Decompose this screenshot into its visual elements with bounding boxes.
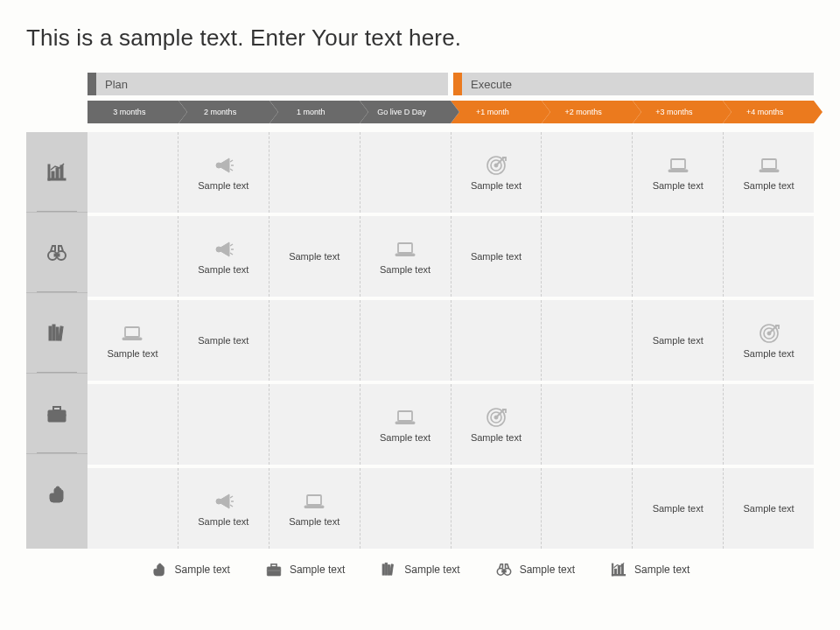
grid-cell[interactable]: Sample text	[633, 132, 724, 213]
legend-label: Sample text	[634, 564, 690, 576]
grid-cell[interactable]	[270, 132, 360, 213]
grid-cell[interactable]	[88, 468, 178, 549]
grid-cell[interactable]	[542, 468, 633, 549]
grid-cell[interactable]	[360, 468, 452, 549]
grid-cell[interactable]	[633, 384, 724, 465]
laptop-icon	[394, 406, 416, 429]
legend-item: Sample text	[380, 561, 459, 578]
row-header	[26, 454, 88, 535]
cell-label: Sample text	[471, 180, 522, 191]
grid-cell[interactable]: Sample text	[633, 468, 724, 549]
cell-label: Sample text	[198, 264, 248, 275]
chart-icon	[46, 161, 68, 184]
fist-icon	[46, 483, 68, 506]
timeline-step: +1 month	[451, 101, 542, 123]
grid-cell[interactable]	[360, 132, 452, 213]
legend-item: Sample text	[495, 561, 575, 578]
grid-cell[interactable]	[88, 216, 178, 297]
fist-icon	[150, 561, 168, 578]
grid-row: Sample textSample text	[88, 384, 814, 465]
grid-body: Sample textSample textSample textSample …	[88, 132, 814, 549]
grid-cell[interactable]	[542, 216, 633, 297]
grid-cell[interactable]: Sample text	[633, 300, 724, 381]
grid-cell[interactable]: Sample text	[88, 300, 178, 381]
grid-row: Sample textSample textSample textSample …	[88, 300, 814, 381]
grid-cell[interactable]	[633, 216, 724, 297]
laptop-icon	[303, 490, 326, 513]
page-title[interactable]: This is a sample text. Enter Your text h…	[26, 24, 814, 52]
legend-item: Sample text	[150, 561, 230, 578]
grid-cell[interactable]: Sample text	[178, 468, 270, 549]
phase-plan-tab	[88, 73, 96, 95]
grid-cell[interactable]	[178, 384, 270, 465]
grid-row: Sample textSample textSample textSample …	[88, 216, 814, 297]
grid-cell[interactable]	[542, 384, 633, 465]
target-icon	[485, 406, 508, 429]
grid-cell[interactable]: Sample text	[452, 132, 542, 213]
legend: Sample textSample textSample textSample …	[26, 561, 814, 578]
timeline-step: +4 months	[723, 101, 814, 123]
chart-icon	[610, 561, 627, 578]
legend-label: Sample text	[404, 564, 459, 576]
cell-label: Sample text	[653, 503, 704, 514]
grid-cell[interactable]	[724, 384, 814, 465]
cell-label: Sample text	[744, 348, 794, 359]
phase-execute-tab	[453, 73, 462, 95]
grid-cell[interactable]	[542, 300, 633, 381]
grid-cell[interactable]	[88, 384, 178, 465]
grid-cell[interactable]	[88, 132, 178, 213]
grid-cell[interactable]: Sample text	[178, 132, 270, 213]
grid-cell[interactable]	[452, 300, 542, 381]
phase-execute-label: Execute	[462, 78, 512, 91]
target-icon	[485, 154, 508, 177]
timeline-step-label: 2 months	[204, 108, 236, 116]
timeline-step: 3 months	[88, 101, 178, 123]
cell-label: Sample text	[289, 516, 340, 527]
grid-cell[interactable]: Sample text	[178, 216, 270, 297]
grid-cell[interactable]: Sample text	[178, 300, 270, 381]
grid-cell[interactable]: Sample text	[452, 384, 542, 465]
grid-cell[interactable]	[360, 300, 452, 381]
grid-cell[interactable]: Sample text	[724, 300, 814, 381]
slide: This is a sample text. Enter Your text h…	[0, 0, 840, 630]
timeline-step-label: +4 months	[746, 108, 783, 116]
briefcase-icon	[265, 561, 283, 578]
grid-cell[interactable]	[452, 468, 542, 549]
timeline-step-label: +3 months	[655, 108, 692, 116]
laptop-icon	[758, 154, 780, 177]
phase-header: Plan Execute	[88, 73, 814, 95]
cell-label: Sample text	[744, 180, 794, 191]
briefcase-icon	[46, 402, 68, 425]
books-icon	[380, 561, 397, 578]
timeline-step-label: +2 months	[564, 108, 601, 116]
grid-cell[interactable]: Sample text	[724, 468, 814, 549]
legend-label: Sample text	[290, 564, 345, 576]
grid-cell[interactable]: Sample text	[270, 216, 360, 297]
megaphone-icon	[212, 154, 234, 177]
legend-item: Sample text	[610, 561, 690, 578]
timeline-step-label: Go live D Day	[377, 108, 426, 116]
grid-cell[interactable]	[542, 132, 633, 213]
laptop-icon	[121, 322, 144, 345]
legend-item: Sample text	[265, 561, 345, 578]
cell-label: Sample text	[653, 335, 704, 346]
grid-cell[interactable]: Sample text	[360, 384, 452, 465]
laptop-icon	[667, 154, 690, 177]
grid-cell[interactable]	[270, 384, 360, 465]
grid-cell[interactable]	[270, 300, 360, 381]
legend-label: Sample text	[520, 564, 575, 576]
cell-label: Sample text	[380, 432, 430, 443]
grid-cell[interactable]: Sample text	[270, 468, 360, 549]
grid-cell[interactable]: Sample text	[724, 132, 814, 213]
row-header	[26, 374, 88, 454]
books-icon	[46, 322, 68, 345]
grid-cell[interactable]: Sample text	[452, 216, 542, 297]
grid-cell[interactable]: Sample text	[360, 216, 452, 297]
row-headers	[26, 132, 88, 549]
cell-label: Sample text	[198, 180, 248, 191]
cell-label: Sample text	[107, 348, 158, 359]
timeline: 3 months2 months1 monthGo live D Day+1 m…	[88, 101, 814, 123]
laptop-icon	[394, 238, 416, 261]
grid-row: Sample textSample textSample textSample …	[88, 132, 814, 213]
grid-cell[interactable]	[724, 216, 814, 297]
